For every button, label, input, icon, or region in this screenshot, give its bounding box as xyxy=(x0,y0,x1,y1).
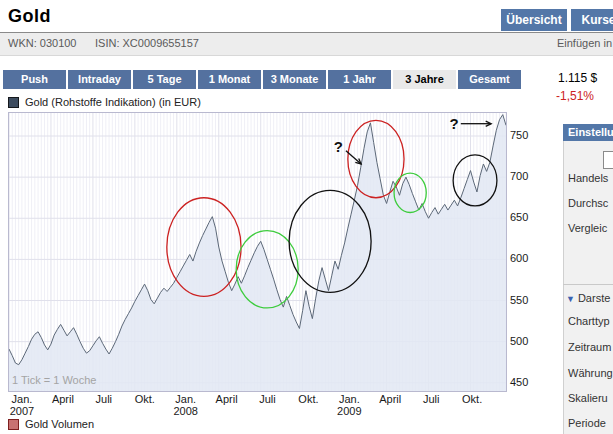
page-title: Gold xyxy=(8,6,51,27)
tab-5-tage[interactable]: 5 Tage xyxy=(133,70,196,89)
y-axis-label: 700 xyxy=(510,170,528,182)
price-chart[interactable]: ?? xyxy=(8,112,507,392)
x-axis-label: Jan.2008 xyxy=(164,393,208,417)
panel-divider xyxy=(563,284,613,285)
tab-3-jahre[interactable]: 3 Jahre xyxy=(393,70,456,89)
gold-series-swatch-icon xyxy=(8,97,19,108)
price-change-percent: -1,51% xyxy=(556,89,594,103)
x-axis-label: Juli xyxy=(82,393,126,405)
question-mark-annotation: ? xyxy=(334,138,343,155)
tab-push[interactable]: Push xyxy=(3,70,66,89)
price-chart-canvas[interactable]: ?? xyxy=(9,113,506,391)
settings-panel-header: Einstellu xyxy=(563,124,613,141)
x-axis-label: Okt. xyxy=(286,393,330,405)
x-axis-label: April xyxy=(368,393,412,405)
y-axis-label: 600 xyxy=(510,252,528,264)
setting-vergleich-label: Vergleic xyxy=(568,222,607,234)
last-price: 1.115 $ xyxy=(558,71,597,85)
overview-button[interactable]: Übersicht xyxy=(501,9,567,31)
x-axis-label: Okt. xyxy=(123,393,167,405)
y-axis-label: 650 xyxy=(510,211,528,223)
chevron-down-icon: ▼ xyxy=(566,294,575,304)
settings-panel xyxy=(563,141,613,434)
y-axis-label: 500 xyxy=(510,335,528,347)
setting-durchschnitt-label: Durchsc xyxy=(568,197,608,209)
darstellung-section-toggle[interactable]: ▼Darste xyxy=(566,292,610,304)
x-axis-label: Jan.2009 xyxy=(327,393,371,417)
instrument-info-bar: WKN: 030100 ISIN: XC0009655157 Einfügen … xyxy=(0,33,613,56)
settings-mini-button[interactable] xyxy=(603,151,613,169)
x-axis-label: April xyxy=(41,393,85,405)
chart-legend: Gold (Rohstoffe Indikation) (in EUR) xyxy=(8,96,201,108)
x-axis-label: Jan.2007 xyxy=(0,393,44,417)
setting-handelsplatz-label: Handels xyxy=(568,172,608,184)
setting-skalierung-label: Skalieru xyxy=(568,392,608,404)
quotes-button[interactable]: Kurse xyxy=(571,9,613,31)
volume-series-swatch-icon xyxy=(8,419,19,430)
volume-legend-label: Gold Volumen xyxy=(25,418,94,430)
isin-label: ISIN: XC0009655157 xyxy=(95,37,199,49)
tab-intraday[interactable]: Intraday xyxy=(68,70,131,89)
period-tab-bar: Push Intraday 5 Tage 1 Monat 3 Monate 1 … xyxy=(3,70,521,89)
y-axis-label: 550 xyxy=(510,294,528,306)
tab-1-monat[interactable]: 1 Monat xyxy=(198,70,261,89)
x-axis-label: Okt. xyxy=(450,393,494,405)
question-mark-annotation: ? xyxy=(450,115,459,132)
x-axis-label: April xyxy=(205,393,249,405)
y-axis-label: 450 xyxy=(510,376,528,388)
tick-interval-note: 1 Tick = 1 Woche xyxy=(12,374,96,386)
wkn-label: WKN: 030100 xyxy=(8,37,76,49)
x-axis-label: Juli xyxy=(409,393,453,405)
y-axis-label: 750 xyxy=(510,129,528,141)
insert-into-link[interactable]: Einfügen in xyxy=(557,37,612,49)
tab-gesamt[interactable]: Gesamt xyxy=(458,70,521,89)
setting-periode-label: Periode xyxy=(568,417,606,429)
volume-legend: Gold Volumen xyxy=(8,418,94,430)
setting-waehrung-label: Währung xyxy=(568,367,613,379)
tab-3-monate[interactable]: 3 Monate xyxy=(263,70,326,89)
setting-charttyp-label: Charttyp xyxy=(568,315,610,327)
tab-1-jahr[interactable]: 1 Jahr xyxy=(328,70,391,89)
setting-zeitraum-label: Zeitraum xyxy=(568,341,611,353)
x-axis-label: Juli xyxy=(246,393,290,405)
chart-legend-label: Gold (Rohstoffe Indikation) (in EUR) xyxy=(25,96,201,108)
